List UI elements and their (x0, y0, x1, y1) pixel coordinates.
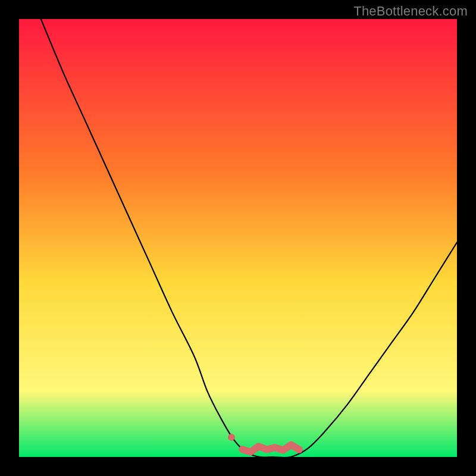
plot-svg (19, 19, 457, 457)
plot-area (19, 19, 457, 457)
left-dot-marker (228, 434, 235, 441)
gradient-background (19, 19, 457, 457)
outer-frame: TheBottleneck.com (0, 0, 476, 476)
watermark-text: TheBottleneck.com (353, 4, 468, 19)
